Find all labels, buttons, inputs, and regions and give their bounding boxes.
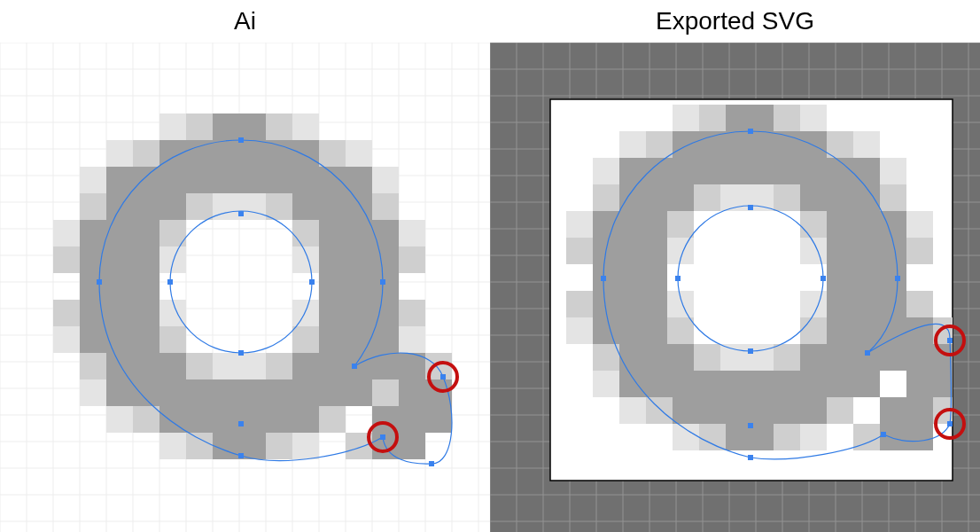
svg-rect-185: [774, 344, 800, 371]
svg-rect-168: [774, 105, 800, 131]
svg-rect-174: [906, 238, 933, 264]
svg-rect-76: [186, 193, 213, 220]
svg-rect-215: [880, 424, 933, 450]
svg-rect-65: [372, 193, 399, 220]
svg-rect-77: [266, 193, 292, 220]
panel-ai: Ai: [0, 0, 490, 532]
svg-rect-42: [80, 167, 106, 193]
svg-rect-171: [593, 184, 619, 211]
svg-rect-83: [292, 326, 319, 353]
anchor-point: [748, 129, 753, 134]
panel-svg-canvas: [490, 43, 980, 532]
svg-rect-186: [667, 211, 694, 238]
svg-rect-45: [399, 220, 425, 246]
svg-rect-96: [319, 273, 399, 300]
svg-rect-51: [292, 433, 319, 459]
svg-rect-66: [53, 246, 80, 273]
anchor-point: [97, 279, 102, 285]
svg-rect-183: [774, 184, 800, 211]
svg-rect-154: [566, 211, 593, 238]
anchor-point: [947, 338, 953, 343]
svg-rect-180: [699, 424, 726, 450]
svg-rect-201: [827, 238, 906, 264]
svg-rect-152: [593, 158, 619, 184]
pixel-shape: [53, 113, 452, 459]
svg-rect-157: [593, 371, 619, 397]
svg-rect-188: [667, 317, 694, 344]
svg-rect-148: [673, 105, 699, 131]
svg-rect-150: [619, 131, 646, 158]
svg-rect-178: [646, 397, 673, 424]
anchor-point: [440, 374, 446, 379]
anchor-point: [748, 423, 753, 428]
svg-rect-155: [906, 211, 933, 238]
svg-rect-101: [106, 353, 186, 379]
anchor-point: [429, 461, 434, 466]
anchor-point: [309, 279, 315, 285]
svg-rect-43: [372, 167, 399, 193]
svg-rect-167: [699, 105, 726, 131]
svg-rect-102: [292, 353, 425, 379]
svg-rect-40: [106, 140, 133, 167]
svg-rect-82: [159, 326, 186, 353]
svg-rect-88: [106, 167, 372, 193]
svg-rect-165: [800, 291, 827, 317]
svg-rect-189: [800, 317, 827, 344]
anchor-point: [238, 453, 244, 458]
svg-rect-199: [827, 211, 906, 238]
panel-ai-title: Ai: [0, 7, 490, 35]
svg-rect-212: [673, 397, 827, 424]
svg-rect-39: [292, 113, 319, 140]
svg-rect-62: [133, 140, 159, 167]
svg-rect-97: [80, 300, 159, 326]
svg-rect-73: [319, 406, 346, 433]
svg-rect-58: [213, 353, 239, 379]
svg-rect-60: [186, 113, 213, 140]
anchor-point: [380, 434, 385, 440]
anchor-point: [748, 455, 753, 460]
svg-rect-181: [774, 424, 800, 450]
svg-rect-164: [667, 291, 694, 317]
svg-rect-170: [827, 131, 853, 158]
anchor-point: [881, 432, 886, 437]
svg-rect-98: [319, 300, 399, 326]
svg-rect-203: [827, 264, 906, 291]
svg-rect-94: [319, 246, 399, 273]
svg-rect-149: [800, 105, 827, 131]
anchor-point: [748, 348, 753, 354]
anchor-point: [748, 205, 753, 210]
svg-rect-75: [266, 433, 292, 459]
anchor-point: [352, 364, 357, 369]
svg-rect-200: [593, 238, 667, 264]
anchor-point: [238, 350, 244, 356]
svg-rect-100: [319, 326, 399, 353]
svg-rect-210: [619, 371, 880, 397]
anchor-point: [865, 350, 870, 356]
svg-rect-78: [186, 353, 213, 379]
svg-rect-72: [133, 406, 159, 433]
svg-rect-55: [292, 246, 319, 273]
svg-rect-175: [566, 291, 593, 317]
svg-rect-211: [906, 371, 953, 397]
svg-rect-69: [399, 300, 425, 326]
svg-rect-172: [880, 184, 906, 211]
svg-rect-182: [694, 184, 720, 211]
svg-rect-91: [80, 220, 159, 246]
svg-rect-47: [399, 326, 425, 353]
svg-rect-44: [53, 220, 80, 246]
svg-rect-160: [800, 424, 827, 450]
svg-rect-61: [266, 113, 292, 140]
svg-rect-169: [646, 131, 673, 158]
anchor-point: [238, 211, 244, 216]
anchor-point: [675, 276, 681, 281]
panel-ai-svg: [0, 43, 490, 532]
svg-rect-74: [186, 433, 213, 459]
svg-rect-63: [319, 140, 346, 167]
anchor-point: [238, 421, 244, 426]
svg-rect-197: [800, 184, 880, 211]
svg-rect-79: [266, 353, 292, 379]
svg-rect-54: [159, 246, 186, 273]
svg-rect-206: [593, 317, 667, 344]
svg-rect-104: [399, 379, 452, 406]
svg-rect-177: [593, 344, 619, 371]
